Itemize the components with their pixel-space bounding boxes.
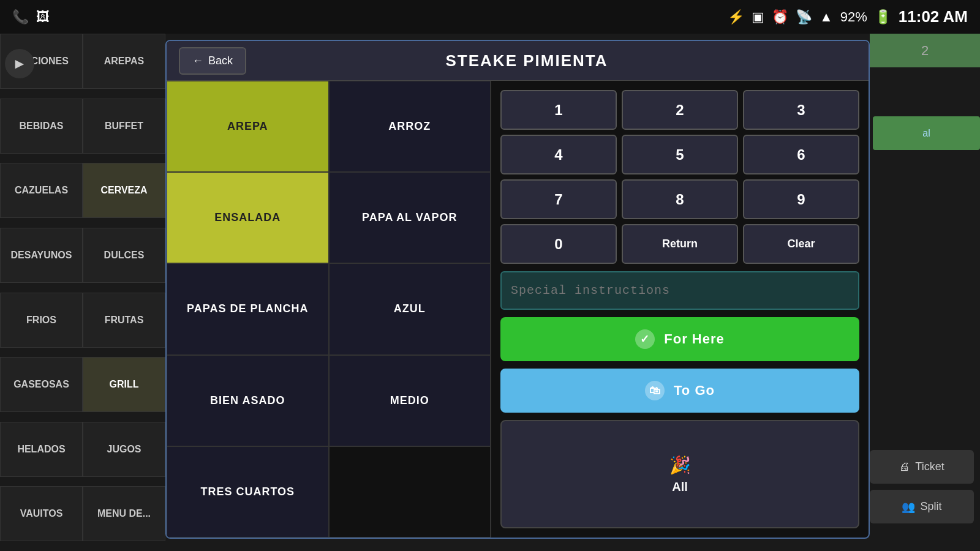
- split-button[interactable]: 👥 Split: [870, 490, 974, 523]
- sidebar-item-helados[interactable]: HELADOS: [0, 422, 83, 477]
- to-go-label: To Go: [674, 383, 715, 399]
- alarm-icon: ⏰: [772, 9, 788, 25]
- chevron-right-icon: ►: [12, 55, 27, 72]
- all-icon: 🎉: [669, 455, 691, 475]
- sidebar-item-frios[interactable]: FRIOS: [0, 293, 83, 348]
- all-button[interactable]: 🎉 All: [500, 420, 859, 528]
- sidebar-item-arepas[interactable]: AREPAS: [83, 34, 165, 89]
- status-left-icons: 📞 🖼: [12, 9, 50, 25]
- status-bar: 📞 🖼 ⚡ ▣ ⏰ 📡 ▲ 92% 🔋 11:02 AM: [0, 0, 980, 34]
- option-arepa[interactable]: AREPA: [167, 81, 329, 172]
- nfc-icon: ▣: [752, 9, 764, 25]
- ticket-label: Ticket: [915, 460, 944, 473]
- option-papa-al-vapor[interactable]: PAPA AL VAPOR: [329, 172, 491, 263]
- sidebar-item-cerveza[interactable]: CERVEZA: [83, 163, 165, 218]
- num-0-button[interactable]: 0: [500, 224, 617, 264]
- option-medio[interactable]: MEDIO: [329, 355, 491, 446]
- phone-icon: 📞: [12, 9, 29, 25]
- return-button[interactable]: Return: [622, 224, 738, 264]
- back-arrow-icon: ←: [192, 54, 203, 67]
- battery-icon: 🔋: [875, 9, 891, 25]
- for-here-icon: ✓: [635, 329, 655, 349]
- num-3-button[interactable]: 3: [743, 90, 859, 130]
- sidebar-item-desayunos[interactable]: DESAYUNOS: [0, 228, 83, 283]
- battery-label: 92%: [840, 9, 867, 25]
- all-label: All: [672, 480, 688, 494]
- option-tres-cuartos[interactable]: TRES CUARTOS: [167, 446, 329, 538]
- modal-title: STEAKE PIMIENTA: [258, 51, 856, 70]
- special-instructions-input[interactable]: [500, 271, 859, 310]
- num-8-button[interactable]: 8: [622, 179, 738, 219]
- status-time: 11:02 AM: [899, 7, 968, 26]
- sidebar-item-frutas[interactable]: FRUTAS: [83, 293, 165, 348]
- for-here-label: For Here: [664, 331, 724, 347]
- num-7-button[interactable]: 7: [500, 179, 617, 219]
- sidebar-item-dulces[interactable]: DULCES: [83, 228, 165, 283]
- sidebar-item-bebidas[interactable]: BEBIDAS: [0, 99, 83, 154]
- num-2-button[interactable]: 2: [622, 90, 738, 130]
- option-papas-de-plancha[interactable]: PAPAS DE PLANCHA: [167, 263, 329, 354]
- option-arroz[interactable]: ARROZ: [329, 81, 491, 172]
- modal-body: AREPA ARROZ ENSALADA PAPA AL VAPOR PAPAS…: [167, 81, 869, 538]
- status-right-icons: ⚡ ▣ ⏰ 📡 ▲ 92% 🔋 11:02 AM: [728, 7, 968, 26]
- sidebar-item-buffet[interactable]: BUFFET: [83, 99, 165, 154]
- option-ensalada[interactable]: ENSALADA: [167, 172, 329, 263]
- ticket-button[interactable]: 🖨 Ticket: [870, 450, 974, 484]
- num-6-button[interactable]: 6: [743, 135, 859, 174]
- wifi-icon: 📡: [796, 9, 812, 25]
- signal-icon: ▲: [820, 9, 833, 25]
- option-bien-asado[interactable]: BIEN ASADO: [167, 355, 329, 446]
- nav-forward-button[interactable]: ►: [5, 49, 34, 78]
- sidebar-item-grill[interactable]: GRILL: [83, 357, 165, 412]
- ticket-icon: 🖨: [899, 460, 910, 473]
- split-icon: 👥: [902, 500, 915, 514]
- option-empty: [329, 446, 491, 538]
- right-panel: 1 2 3 4 5 6 7 8 9 0 Return Clear ✓ For H…: [491, 81, 869, 538]
- num-5-button[interactable]: 5: [622, 135, 738, 174]
- clear-button[interactable]: Clear: [743, 224, 859, 264]
- sidebar-item-gaseosas[interactable]: GASEOSAS: [0, 357, 83, 412]
- sidebar-item-cazuelas[interactable]: CAZUELAS: [0, 163, 83, 218]
- back-button[interactable]: ← Back: [179, 47, 246, 75]
- image-icon: 🖼: [36, 9, 50, 25]
- num-4-button[interactable]: 4: [500, 135, 617, 174]
- modal-steake-pimienta: ← Back STEAKE PIMIENTA AREPA ARROZ ENSAL…: [165, 40, 870, 539]
- order-total-bar: al: [873, 116, 980, 150]
- sidebar-item-jugos[interactable]: JUGOS: [83, 422, 165, 477]
- for-here-button[interactable]: ✓ For Here: [500, 317, 859, 361]
- sidebar-item-menu[interactable]: MENU DE...: [83, 486, 165, 541]
- background-sidebar: ADICIONES AREPAS BEBIDAS BUFFET CAZUELAS…: [0, 34, 165, 551]
- sidebar-item-vauitos[interactable]: VAUITOS: [0, 486, 83, 541]
- numpad: 1 2 3 4 5 6 7 8 9 0 Return Clear: [500, 90, 859, 264]
- right-bar-label-2: 2: [921, 43, 929, 59]
- to-go-button[interactable]: 🛍 To Go: [500, 369, 859, 413]
- split-label: Split: [920, 500, 941, 513]
- option-azul[interactable]: AZUL: [329, 263, 491, 354]
- num-9-button[interactable]: 9: [743, 179, 859, 219]
- bluetooth-icon: ⚡: [728, 9, 744, 25]
- to-go-icon: 🛍: [645, 381, 665, 400]
- options-grid: AREPA ARROZ ENSALADA PAPA AL VAPOR PAPAS…: [167, 81, 491, 538]
- modal-header: ← Back STEAKE PIMIENTA: [167, 41, 869, 81]
- num-1-button[interactable]: 1: [500, 90, 617, 130]
- right-green-bar: 2: [870, 34, 980, 67]
